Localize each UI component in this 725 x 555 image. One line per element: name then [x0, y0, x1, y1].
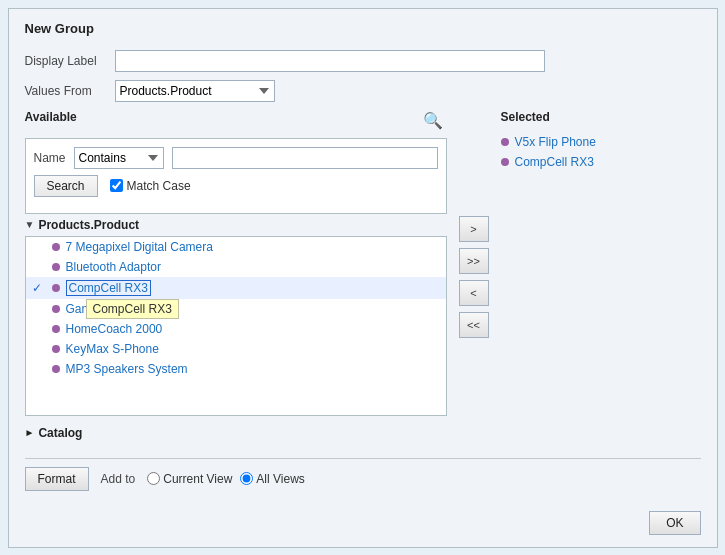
products-tree-label: Products.Product	[38, 218, 139, 232]
products-tree-header[interactable]: ▼ Products.Product	[25, 218, 447, 232]
transfer-buttons: > >> < <<	[455, 110, 493, 444]
item-label: MP3 Speakers System	[66, 362, 188, 376]
dot-icon	[52, 345, 60, 353]
ok-button[interactable]: OK	[649, 511, 700, 535]
match-case-label: Match Case	[127, 179, 191, 193]
values-from-row: Values From Products.Product	[25, 80, 701, 102]
move-right-button[interactable]: >	[459, 216, 489, 242]
item-label: HomeCoach 2000	[66, 322, 163, 336]
check-icon	[32, 322, 46, 336]
name-label: Name	[34, 151, 66, 165]
products-toggle-icon: ▼	[25, 219, 35, 230]
tooltip: CompCell RX3	[86, 299, 179, 319]
match-case-checkbox[interactable]	[110, 179, 123, 192]
check-icon	[32, 362, 46, 376]
check-icon	[32, 302, 46, 316]
check-icon	[32, 342, 46, 356]
dot-icon	[52, 365, 60, 373]
dot-icon	[501, 138, 509, 146]
available-header: Available 🔍	[25, 110, 447, 132]
selected-panel: Selected V5x Flip Phone CompCell RX3	[501, 110, 701, 444]
values-from-label: Values From	[25, 84, 115, 98]
bottom-bar: Format Add to Current View All Views	[25, 458, 701, 491]
selected-item-label: V5x Flip Phone	[515, 135, 596, 149]
all-views-radio[interactable]	[240, 472, 253, 485]
item-label: KeyMax S-Phone	[66, 342, 159, 356]
display-label-label: Display Label	[25, 54, 115, 68]
check-icon	[32, 240, 46, 254]
contains-select[interactable]: Contains Equals Starts With	[74, 147, 164, 169]
catalog-toggle-icon: ►	[25, 427, 35, 438]
search-text-input[interactable]	[172, 147, 438, 169]
list-item-compcell[interactable]: ✓ CompCell RX3 CompCell RX3	[26, 277, 446, 299]
values-from-select[interactable]: Products.Product	[115, 80, 275, 102]
product-list[interactable]: 7 Megapixel Digital Camera Bluetooth Ada…	[25, 236, 447, 416]
list-item[interactable]: Bluetooth Adaptor	[26, 257, 446, 277]
selected-list-item: CompCell RX3	[501, 152, 701, 172]
list-item[interactable]: KeyMax S-Phone	[26, 339, 446, 359]
move-all-left-button[interactable]: <<	[459, 312, 489, 338]
move-left-button[interactable]: <	[459, 280, 489, 306]
list-item[interactable]: 7 Megapixel Digital Camera	[26, 237, 446, 257]
view-radio-group: Current View All Views	[147, 472, 305, 486]
current-view-label: Current View	[163, 472, 232, 486]
dot-icon	[52, 305, 60, 313]
selected-item-label: CompCell RX3	[515, 155, 594, 169]
search-row: Name Contains Equals Starts With	[34, 147, 438, 169]
catalog-tree-header[interactable]: ► Catalog	[25, 422, 447, 444]
current-view-radio[interactable]	[147, 472, 160, 485]
dot-icon	[501, 158, 509, 166]
all-views-label: All Views	[256, 472, 304, 486]
display-label-input[interactable]	[115, 50, 545, 72]
new-group-dialog: New Group Display Label Values From Prod…	[8, 8, 718, 548]
available-title: Available	[25, 110, 77, 124]
item-label: Bluetooth Adaptor	[66, 260, 161, 274]
match-case-row: Match Case	[110, 179, 191, 193]
search-icon[interactable]: 🔍	[419, 111, 447, 130]
all-views-option: All Views	[240, 472, 304, 486]
catalog-label: Catalog	[38, 426, 82, 440]
search-action-row: Search Match Case	[34, 175, 438, 197]
selected-list-item: V5x Flip Phone	[501, 132, 701, 152]
add-to-label: Add to	[101, 472, 136, 486]
check-icon: ✓	[32, 281, 46, 295]
dialog-title: New Group	[25, 21, 701, 36]
selected-title: Selected	[501, 110, 701, 124]
move-all-right-button[interactable]: >>	[459, 248, 489, 274]
list-item[interactable]: HomeCoach 2000	[26, 319, 446, 339]
dot-icon	[52, 325, 60, 333]
left-section: Available 🔍 Name Contains Equals Starts …	[25, 110, 447, 444]
current-view-option: Current View	[147, 472, 232, 486]
dot-icon	[52, 243, 60, 251]
main-content: Available 🔍 Name Contains Equals Starts …	[25, 110, 701, 444]
tree-section: ▼ Products.Product 7 Megapixel Digital C…	[25, 218, 447, 444]
filter-area: Name Contains Equals Starts With Search …	[25, 138, 447, 214]
dot-icon	[52, 263, 60, 271]
selected-list: V5x Flip Phone CompCell RX3	[501, 132, 701, 172]
format-button[interactable]: Format	[25, 467, 89, 491]
item-label: 7 Megapixel Digital Camera	[66, 240, 213, 254]
search-button[interactable]: Search	[34, 175, 98, 197]
item-label: CompCell RX3	[66, 280, 151, 296]
check-icon	[32, 260, 46, 274]
dot-icon	[52, 284, 60, 292]
display-label-row: Display Label	[25, 50, 701, 72]
list-item[interactable]: MP3 Speakers System	[26, 359, 446, 379]
